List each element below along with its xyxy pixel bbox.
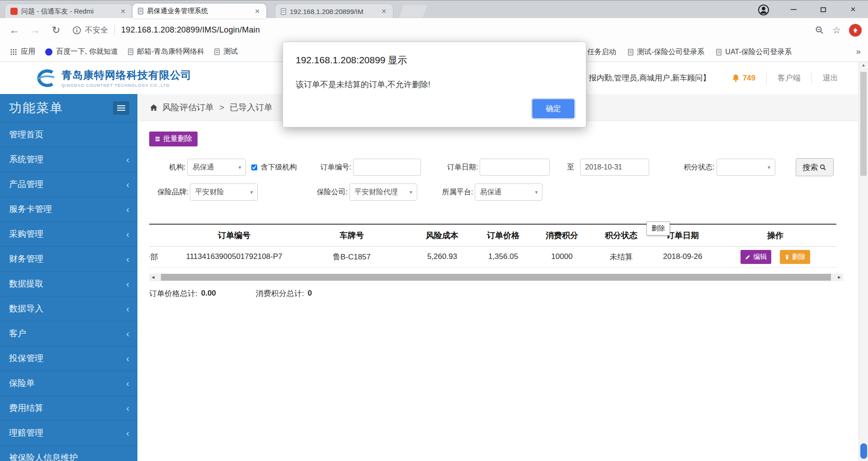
url-text[interactable]: 192.168.1.208:20899/IMS/Login/Main [121,25,260,35]
maximize-button[interactable] [808,0,838,19]
breadcrumb-item-2[interactable]: 已导入订单 [230,102,273,113]
forward-button[interactable]: → [29,24,42,36]
tab-close-icon[interactable]: ✕ [254,8,261,15]
column-header: 订单价格 [474,224,533,246]
company-logo: 青岛康特网络科技有限公司 QINGDAO COUNTNET TECHNOLOGY… [33,68,192,88]
reload-button[interactable]: ↻ [50,24,62,36]
price-total-value: 0.00 [201,289,216,298]
menu-toggle-icon[interactable] [113,101,129,115]
include-sub-label[interactable]: 含下级机构 [260,163,297,172]
bookmark-label: 百度一下, 你就知道 [56,47,118,56]
sidebar-item-label: 采购管理 [9,228,43,240]
delete-button[interactable]: 删除 [780,250,810,264]
sidebar-item-customer[interactable]: 客户‹ [0,321,137,346]
sidebar-item-label: 数据导入 [9,303,43,315]
bookmark-label: 测试 [223,47,238,56]
profile-icon[interactable] [758,4,769,16]
chevron-left-icon: ‹ [126,179,129,190]
client-link[interactable]: 客户端 [778,73,801,83]
page-favicon [716,49,722,56]
batch-delete-button[interactable]: 批量删除 [149,132,198,146]
extension-button[interactable] [849,24,862,37]
zoom-icon[interactable] [815,26,824,35]
bookmark-test-insurer-login[interactable]: 测试-保险公司登录系 [628,47,704,57]
notification-area[interactable]: 749 [731,74,755,83]
tab-close-icon[interactable]: ✕ [119,8,127,15]
sidebar-item-purchase[interactable]: 采购管理‹ [0,221,137,246]
security-label[interactable]: 不安全 [85,25,108,35]
table-row[interactable]: 业务部 11134163900501792108-P7 鲁B-C1857 5,2… [149,246,836,267]
platform-select[interactable]: 易保通 ▼ [475,183,542,201]
page-favicon [214,48,220,55]
sidebar-item-home[interactable]: 管理首页 [0,122,137,147]
logout-link[interactable]: 退出 [823,73,838,83]
bookmark-uat-insurer-login[interactable]: UAT-保险公司登录系 [716,47,792,57]
sidebar-item-system[interactable]: 系统管理‹ [0,147,137,172]
caret-down-icon: ▼ [246,190,254,195]
actions-cell: 编辑 删除 [714,246,836,267]
site-info-icon[interactable] [72,26,81,35]
browser-tab-2[interactable]: 易保通业务管理系统 ✕ [132,4,266,19]
close-button[interactable]: ✕ [838,0,868,19]
sidebar-item-label: 费用结算 [9,402,43,414]
order-no-label: 订单编号: [320,163,351,172]
column-header: 积分状态 [591,224,651,246]
scrollbar-up-arrow[interactable]: ▲ [859,63,868,67]
totals-row: 订单价格总计: 0.00 消费积分总计: 0 [149,288,856,299]
tab2-favicon [138,8,143,14]
minimize-button[interactable] [778,0,808,19]
sidebar-item-settlement[interactable]: 费用结算‹ [0,395,137,420]
points-status-cell: 未结算 [591,246,651,267]
sidebar-item-data-import[interactable]: 数据导入‹ [0,296,137,321]
browser-tab-3[interactable]: 192.168.1.208:20899/IM ✕ [275,4,393,19]
points-status-select[interactable]: ▼ [717,159,775,176]
new-tab-button[interactable] [399,5,427,18]
table-header-row: 订单编号 车牌号 风险成本 订单价格 消费积分 积分状态 订单日期 操作 [149,224,836,246]
dialog-ok-button[interactable]: 确定 [533,99,574,118]
vertical-scrollbar[interactable]: ▲ [859,62,868,461]
order-no-input[interactable] [353,159,421,176]
bookmark-mail[interactable]: 邮箱-青岛康特网络科 [128,47,204,56]
edit-button[interactable]: 编辑 [741,250,771,264]
chevron-left-icon: ‹ [126,254,129,264]
breadcrumb-item-1[interactable]: 风险评估订单 [162,102,214,113]
scrollbar-right-arrow[interactable]: ▶ [835,273,843,281]
browser-tab-1[interactable]: 问题 - 信通车友 - Redmi ✕ [5,4,132,19]
scroll-indicator[interactable] [860,443,867,459]
company-select[interactable]: 平安财险代理 ▼ [349,183,417,201]
scrollbar-left-arrow[interactable]: ◀ [149,273,157,281]
bookmark-star-icon[interactable]: ☆ [832,25,841,36]
order-date-input[interactable] [480,159,550,176]
sidebar-item-finance[interactable]: 财务管理‹ [0,246,137,271]
brand-select[interactable]: 平安财险 ▼ [190,183,258,201]
back-button[interactable]: ← [8,24,21,36]
sidebar-item-product[interactable]: 产品管理‹ [0,172,137,197]
baidu-favicon [45,48,52,56]
sidebar-item-data-extract[interactable]: 数据提取‹ [0,271,137,296]
date-to-input[interactable] [580,159,649,176]
order-date-label: 订单日期: [447,163,478,172]
sidebar-item-service-card[interactable]: 服务卡管理‹ [0,197,137,221]
horizontal-scrollbar[interactable]: ◀ ▶ [149,273,843,281]
sidebar-item-policy[interactable]: 保险单‹ [0,371,137,395]
sidebar-item-claims[interactable]: 理赔管理‹ [0,420,137,445]
bookmark-test[interactable]: 测试 [214,47,238,56]
horizontal-scrollbar-thumb[interactable] [161,274,831,281]
delete-tooltip: 删除 [646,221,670,235]
chevron-left-icon: ‹ [126,329,129,339]
edit-label: 编辑 [753,253,767,261]
bookmark-baidu[interactable]: 百度一下, 你就知道 [45,47,118,56]
bookmark-task-start[interactable]: 任务启动 [587,47,616,57]
include-sub-checkbox[interactable] [251,165,257,170]
sidebar-item-label: 产品管理 [9,179,43,190]
vertical-scrollbar-thumb[interactable] [860,72,867,176]
search-button[interactable]: 搜索 [796,158,834,176]
sidebar-item-insure[interactable]: 投保管理‹ [0,346,137,371]
order-date-cell: 2018-09-26 [651,246,714,267]
org-select[interactable]: 易保通 ▼ [187,159,246,176]
bookmarks-overflow-chevron[interactable]: » [856,47,861,56]
sidebar-item-insured-info[interactable]: 被保险人信息维护 [0,445,137,461]
tab-close-icon[interactable]: ✕ [380,8,387,15]
sidebar-item-label: 投保管理 [9,353,43,364]
apps-menu-button[interactable]: 应用 [10,47,35,56]
